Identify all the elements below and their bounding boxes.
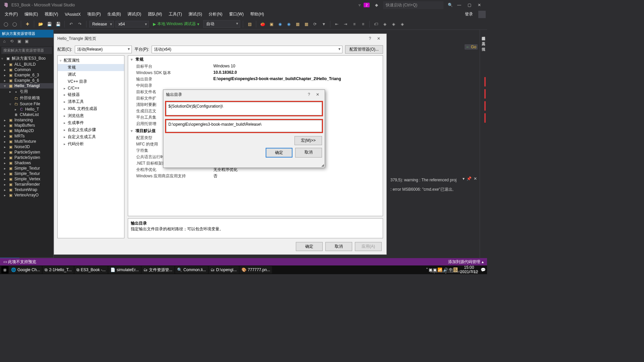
config-manager-button[interactable]: 配置管理器(O)... bbox=[345, 45, 383, 54]
menu-edit[interactable]: 编辑(E) bbox=[21, 10, 41, 18]
apply-button[interactable]: 应用(A) bbox=[355, 242, 382, 251]
property-tree-item[interactable]: 常规 bbox=[58, 64, 124, 71]
menu-debug[interactable]: 调试(D) bbox=[124, 10, 145, 18]
taskbar-item[interactable]: 🌐Google Ch... bbox=[9, 266, 42, 274]
property-row[interactable]: 目标平台Windows 10 bbox=[128, 63, 383, 70]
taskbar-item[interactable]: ⧉ES3_Book -... bbox=[74, 266, 108, 274]
taskbar-item[interactable]: 🗂D:\opengl... bbox=[209, 266, 238, 274]
va-icon2[interactable]: ▣ bbox=[268, 20, 275, 28]
va-icon4[interactable]: ◉ bbox=[285, 20, 292, 28]
redo-icon[interactable]: ↷ bbox=[76, 20, 84, 28]
va-icon3[interactable]: ◉ bbox=[276, 20, 284, 28]
undo-icon[interactable]: ↶ bbox=[67, 20, 75, 28]
solution-tree[interactable]: ▿▣解决方案'ES3_Boo ▸▣ALL_BUILD ▸▣Common ▸▣Ex… bbox=[0, 55, 53, 257]
search-icon[interactable]: 🔍 bbox=[446, 3, 454, 7]
nav-back-icon[interactable]: ◯ bbox=[2, 20, 9, 28]
close-button[interactable]: ✕ bbox=[474, 3, 484, 7]
platform-combo[interactable]: 活动(x64) bbox=[152, 46, 342, 53]
vtab-properties[interactable]: 属性 bbox=[480, 42, 487, 47]
outdent-icon[interactable]: ⇥ bbox=[342, 20, 349, 28]
project-item[interactable]: ▸▣MipMap2D bbox=[0, 128, 53, 133]
taskbar-item[interactable]: 🔍Common.li... bbox=[175, 266, 208, 274]
new-file-icon[interactable]: ✚ bbox=[24, 20, 31, 28]
publish-icon[interactable]: ▴ bbox=[482, 259, 484, 264]
project-item[interactable]: ▸▣Simple_Textur bbox=[0, 166, 53, 171]
menu-test[interactable]: 测试(S) bbox=[185, 10, 205, 18]
project-item[interactable]: ▸▣Common bbox=[0, 67, 53, 72]
sol-icon4[interactable]: ▣ bbox=[23, 39, 30, 45]
menu-vassistx[interactable]: VAssistX bbox=[61, 11, 84, 18]
references-item[interactable]: ▸▪引用 bbox=[0, 88, 53, 95]
va-icon8[interactable]: ▼ bbox=[320, 20, 327, 28]
start-debug-button[interactable]: ▶ 本地 Windows 调试器 ▾ bbox=[150, 21, 202, 27]
cancel-button[interactable]: 取消 bbox=[295, 148, 322, 158]
va-icon1[interactable]: 🍅 bbox=[259, 20, 266, 28]
vtab-toolbox[interactable]: 工具箱 bbox=[480, 37, 487, 42]
ok-button[interactable]: 确定 bbox=[296, 242, 323, 251]
tray-chevron-icon[interactable]: ˄ bbox=[426, 267, 428, 272]
property-tree-item[interactable]: ▸清单工具 bbox=[58, 98, 124, 105]
feedback-icon[interactable]: ◆ bbox=[372, 3, 380, 7]
quick-launch-input[interactable]: 快速启动 (Ctrl+Q) bbox=[383, 1, 443, 9]
solution-root[interactable]: ▿▣解决方案'ES3_Boo bbox=[0, 55, 53, 62]
property-tree-item[interactable]: ▸自定义生成工具 bbox=[58, 133, 124, 140]
project-item[interactable]: ▸▣MRTs bbox=[0, 133, 53, 139]
project-item[interactable]: ▸▣TerrainRender bbox=[0, 182, 53, 187]
property-tree-item[interactable]: 调试 bbox=[58, 71, 124, 78]
property-row[interactable]: Windows SDK 版本10.0.18362.0 bbox=[128, 70, 383, 76]
output-dir-input[interactable]: $(SolutionDir)$(Configuration)\ bbox=[166, 102, 322, 115]
menu-team[interactable]: 团队(M) bbox=[145, 10, 165, 18]
project-item[interactable]: ▸▣MultiTexture bbox=[0, 139, 53, 144]
property-tree-item[interactable]: ▸链接器 bbox=[58, 91, 124, 98]
macro-button[interactable]: 宏(M)>> bbox=[294, 136, 322, 145]
project-item[interactable]: ▸▣ParticleSysten bbox=[0, 155, 53, 160]
project-item[interactable]: ▸▣ParticleSysten bbox=[0, 149, 53, 155]
help-button[interactable]: ? bbox=[366, 36, 374, 41]
solution-search-input[interactable]: 搜索解决方案资源管理器 bbox=[1, 47, 52, 54]
project-item[interactable]: ▸▣Example_6_3 bbox=[0, 72, 53, 78]
property-value[interactable]: 10.0.18362.0 bbox=[213, 70, 383, 76]
output-dir-resolved[interactable]: D:\openglEs\opengles3-book-master_build\… bbox=[166, 120, 322, 132]
indent-icon[interactable]: ⇤ bbox=[333, 20, 340, 28]
va-icon6[interactable]: ▦ bbox=[303, 20, 310, 28]
taskbar-item[interactable]: 🗂文件资源管... bbox=[142, 266, 174, 274]
avatar-icon[interactable] bbox=[478, 11, 486, 18]
menu-project[interactable]: 项目(P) bbox=[84, 10, 104, 18]
start-button[interactable]: ⊞ bbox=[1, 266, 8, 274]
source-files-item[interactable]: ▿🗀Source File bbox=[0, 101, 53, 107]
minimize-button[interactable]: — bbox=[454, 3, 464, 7]
close-button[interactable]: ✕ bbox=[374, 36, 383, 41]
taskbar-item[interactable]: ⧉2-1Hello_T... bbox=[43, 266, 73, 274]
menu-window[interactable]: 窗口(W) bbox=[226, 10, 247, 18]
status-scm[interactable]: 添加到源代码管理 bbox=[448, 259, 480, 265]
maximize-button[interactable]: ▢ bbox=[464, 3, 474, 7]
sol-sync-icon[interactable]: ⟲ bbox=[9, 39, 15, 45]
project-item[interactable]: ▸▣Example_6_6 bbox=[0, 78, 53, 83]
signin-link[interactable]: 登录 bbox=[462, 10, 476, 18]
property-tree-item[interactable]: ▸自定义生成步骤 bbox=[58, 126, 124, 133]
project-item[interactable]: ▸▣MapBuffers bbox=[0, 123, 53, 128]
menu-help[interactable]: 帮助(H) bbox=[247, 10, 267, 18]
resize-grip-icon[interactable]: ◢ bbox=[321, 163, 324, 167]
close-button[interactable]: ✕ bbox=[313, 92, 322, 97]
property-tree-item[interactable]: ▸C/C++ bbox=[58, 85, 124, 91]
property-tree-item[interactable]: ▸代码分析 bbox=[58, 140, 124, 147]
project-item[interactable]: ▸▣ALL_BUILD bbox=[0, 62, 53, 67]
taskbar-item[interactable]: 📄simulateEr... bbox=[108, 266, 141, 274]
source-file[interactable]: ▸CHello_T bbox=[0, 107, 53, 112]
menu-build[interactable]: 生成(B) bbox=[104, 10, 124, 18]
nav-fwd-icon[interactable]: ◯ bbox=[11, 20, 18, 28]
project-item[interactable]: ▸▣Instancing bbox=[0, 117, 53, 123]
property-tree-item[interactable]: ▸浏览信息 bbox=[58, 112, 124, 119]
project-item[interactable]: ▸▣VertexArrayO bbox=[0, 192, 53, 198]
menu-view[interactable]: 视图(V) bbox=[41, 10, 61, 18]
sol-icon3[interactable]: ▣ bbox=[16, 39, 22, 45]
auto-select[interactable]: 自动 bbox=[203, 20, 240, 28]
uncomment-icon[interactable]: ≡ bbox=[359, 20, 367, 28]
bm3-icon[interactable]: ◈ bbox=[390, 20, 397, 28]
go-button[interactable]: ← Go bbox=[465, 44, 478, 50]
taskbar-item[interactable]: 🎨777777.pn... bbox=[239, 266, 272, 274]
va-icon5[interactable]: ▦ bbox=[294, 20, 301, 28]
property-row[interactable]: 输出目录E:\openglEs\opengles3-book-master_bu… bbox=[128, 76, 383, 82]
platform-select[interactable]: x64 bbox=[115, 21, 149, 27]
